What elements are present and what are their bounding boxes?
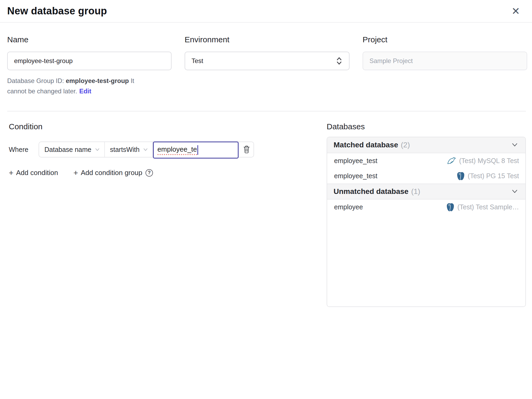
environment-label: Environment [185, 35, 350, 45]
condition-operator-select[interactable]: startsWith [105, 142, 153, 157]
condition-operator-value: startsWith [110, 146, 140, 153]
condition-row: Where Database name startsWith [9, 142, 327, 157]
chevron-down-icon[interactable] [510, 189, 519, 194]
database-name: employee [334, 203, 363, 211]
instance-label: (Test) PG 15 Test [468, 172, 519, 180]
instance-info: (Test) Test Sample… [446, 203, 519, 212]
matched-section-header[interactable]: Matched database (2) [327, 137, 525, 153]
name-label: Name [7, 35, 172, 45]
mysql-icon [447, 156, 456, 165]
instance-info: (Test) MySQL 8 Test [447, 156, 519, 165]
databases-heading: Databases [327, 121, 526, 132]
database-row: employee_test (Test) MySQL 8 Test [327, 153, 525, 168]
matched-section-title: Matched database [334, 141, 398, 149]
unmatched-section-count: (1) [411, 187, 420, 196]
unmatched-section-title: Unmatched database [334, 187, 409, 196]
where-label: Where [9, 146, 39, 153]
database-name: employee_test [334, 172, 377, 180]
name-field-group: Name Database Group ID: employee-test-gr… [7, 35, 172, 96]
instance-label: (Test) MySQL 8 Test [459, 157, 519, 165]
plus-icon: + [73, 169, 78, 177]
lower-area: Condition Where Database name startsWith [0, 111, 532, 307]
databases-empty-space [327, 215, 525, 306]
condition-factor-select[interactable]: Database name [39, 142, 105, 157]
environment-field-group: Environment Test [185, 35, 350, 96]
trash-icon [243, 145, 250, 154]
database-row: employee_test (Test) PG 15 Test [327, 168, 525, 184]
condition-actions: + Add condition + Add condition group ? [9, 169, 327, 177]
project-label: Project [363, 35, 527, 45]
id-note-prefix: Database Group ID: [7, 77, 64, 84]
databases-panel: Matched database (2) employee_test [327, 137, 526, 307]
environment-value: Test [192, 57, 203, 65]
condition-heading: Condition [9, 121, 327, 132]
chevron-down-icon [95, 147, 100, 152]
condition-factor-value: Database name [44, 146, 92, 153]
add-condition-group-label: Add condition group [81, 169, 142, 177]
project-field-group: Project [363, 35, 527, 96]
condition-value-text: employee_te [157, 145, 197, 155]
condition-section: Condition Where Database name startsWith [7, 121, 327, 307]
close-icon[interactable]: ✕ [510, 5, 522, 17]
add-condition-label: Add condition [16, 169, 58, 177]
name-input[interactable] [7, 52, 172, 70]
databases-section: Databases Matched database (2) employee_… [327, 121, 526, 307]
edit-id-link[interactable]: Edit [79, 88, 91, 95]
database-name: employee_test [334, 157, 377, 165]
help-icon[interactable]: ? [146, 169, 153, 177]
postgres-icon [456, 172, 465, 181]
text-caret [197, 145, 198, 155]
database-row: employee (Test) Test Sample… [327, 200, 525, 215]
chevron-down-icon[interactable] [510, 142, 519, 148]
id-note-id: employee-test-group [66, 77, 129, 84]
form-row: Name Database Group ID: employee-test-gr… [0, 23, 532, 96]
project-input [363, 52, 527, 70]
condition-group: Database name startsWith [39, 142, 254, 157]
plus-icon: + [9, 169, 14, 177]
dialog-title: New database group [7, 5, 107, 17]
instance-label: (Test) Test Sample… [457, 203, 519, 211]
environment-select[interactable]: Test [185, 52, 350, 70]
postgres-icon [446, 203, 455, 212]
delete-condition-button[interactable] [239, 142, 253, 157]
select-spinner-icon [336, 56, 343, 65]
add-condition-group-button[interactable]: + Add condition group ? [73, 169, 153, 177]
group-id-note: Database Group ID: employee-test-group I… [7, 76, 142, 96]
chevron-down-icon [143, 147, 148, 152]
unmatched-section-header[interactable]: Unmatched database (1) [327, 184, 525, 200]
condition-value-input[interactable]: employee_te [153, 142, 239, 159]
add-condition-button[interactable]: + Add condition [9, 169, 58, 177]
instance-info: (Test) PG 15 Test [456, 172, 519, 181]
dialog-header: New database group ✕ [0, 0, 532, 23]
matched-section-count: (2) [401, 141, 410, 149]
